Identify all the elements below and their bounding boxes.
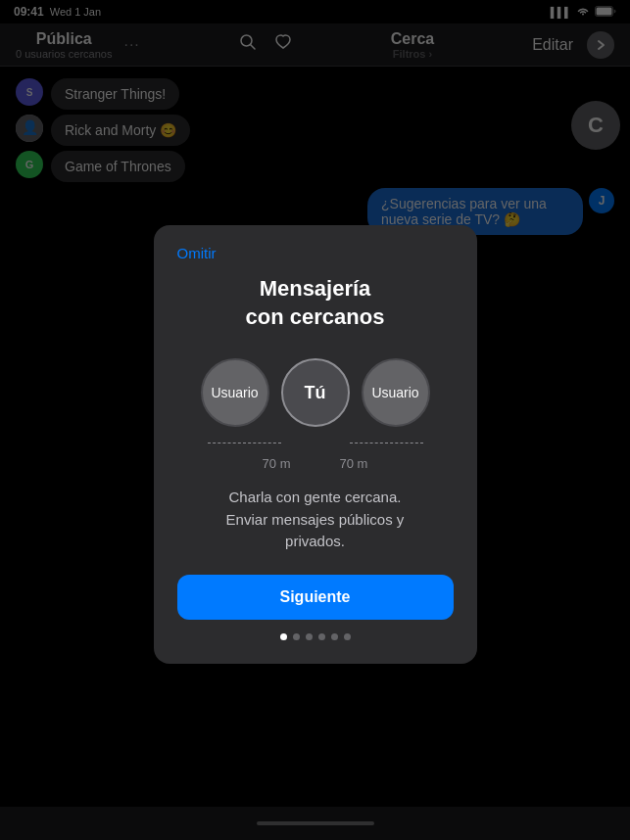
dash-right (350, 443, 423, 443)
modal-description: Charla con gente cercana. Enviar mensaje… (177, 487, 454, 553)
dot-3 (306, 633, 313, 640)
distance-labels: 70 m 70 m (177, 456, 454, 471)
modal-users: Usuario Tú Usuario (177, 358, 454, 427)
dot-1 (280, 633, 287, 640)
onboarding-modal: Omitir Mensajería con cercanos Usuario T… (154, 225, 477, 664)
dot-5 (331, 633, 338, 640)
user-circle-you: Tú (281, 358, 350, 427)
dash-left (208, 443, 281, 443)
distance-lines (177, 435, 454, 450)
dot-2 (293, 633, 300, 640)
distance-2: 70 m (340, 456, 368, 471)
pagination-dots (177, 633, 454, 640)
distance-1: 70 m (263, 456, 291, 471)
user-circle-2: Usuario (362, 358, 430, 427)
modal-title: Mensajería con cercanos (177, 275, 454, 331)
skip-button[interactable]: Omitir (177, 245, 454, 261)
dot-6 (344, 633, 351, 640)
dot-4 (318, 633, 325, 640)
siguiente-button[interactable]: Siguiente (177, 575, 454, 620)
user-circle-1: Usuario (201, 358, 269, 427)
